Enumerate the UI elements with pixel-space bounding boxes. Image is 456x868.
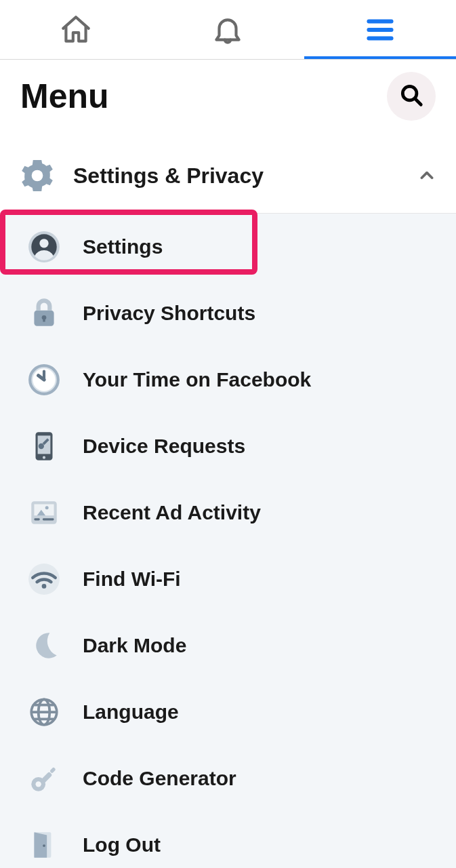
item-label: Settings: [83, 235, 163, 258]
item-settings[interactable]: Settings: [0, 214, 456, 280]
search-button[interactable]: [387, 72, 436, 121]
door-icon: [27, 828, 61, 862]
item-find-wifi[interactable]: Find Wi-Fi: [0, 546, 456, 612]
key-icon: [27, 762, 61, 795]
wifi-icon: [27, 562, 61, 596]
page-header: Menu: [0, 60, 456, 138]
svg-rect-11: [43, 317, 45, 321]
item-label: Device Requests: [83, 435, 245, 458]
clock-icon: [27, 363, 61, 397]
svg-rect-27: [43, 518, 54, 520]
submenu: Settings Privacy Shortcuts Your Time on …: [0, 214, 456, 868]
svg-rect-26: [34, 518, 39, 520]
phone-key-icon: [27, 429, 61, 463]
bell-icon: [211, 13, 245, 47]
item-privacy-shortcuts[interactable]: Privacy Shortcuts: [0, 280, 456, 347]
svg-point-25: [45, 506, 49, 509]
chevron-up-icon: [418, 167, 436, 184]
item-code-generator[interactable]: Code Generator: [0, 745, 456, 812]
item-language[interactable]: Language: [0, 679, 456, 745]
globe-icon: [27, 695, 61, 729]
section-label: Settings & Privacy: [73, 163, 418, 189]
moon-icon: [27, 629, 61, 663]
svg-line-4: [415, 99, 421, 105]
svg-point-8: [39, 239, 48, 248]
item-label: Language: [83, 701, 179, 724]
top-tab-bar: [0, 0, 456, 60]
home-icon: [59, 13, 93, 47]
hamburger-icon: [363, 13, 397, 47]
tab-menu[interactable]: [304, 0, 456, 59]
svg-rect-37: [40, 772, 52, 784]
item-label: Privacy Shortcuts: [83, 302, 255, 325]
svg-point-36: [36, 781, 41, 787]
item-label: Code Generator: [83, 767, 236, 790]
item-label: Log Out: [83, 833, 161, 856]
item-label: Dark Mode: [83, 634, 186, 657]
svg-point-19: [43, 456, 45, 459]
item-log-out[interactable]: Log Out: [0, 812, 456, 868]
item-dark-mode[interactable]: Dark Mode: [0, 612, 456, 679]
image-card-icon: [27, 496, 61, 530]
svg-rect-38: [49, 767, 56, 774]
item-your-time[interactable]: Your Time on Facebook: [0, 347, 456, 413]
item-label: Your Time on Facebook: [83, 368, 311, 391]
item-recent-ad-activity[interactable]: Recent Ad Activity: [0, 479, 456, 546]
person-circle-icon: [27, 230, 61, 264]
item-label: Recent Ad Activity: [83, 501, 261, 524]
section-settings-privacy[interactable]: Settings & Privacy: [0, 138, 456, 214]
svg-point-5: [33, 171, 41, 180]
lock-icon: [27, 296, 61, 330]
item-label: Find Wi-Fi: [83, 568, 181, 591]
svg-point-41: [43, 844, 45, 847]
tab-notifications[interactable]: [152, 0, 304, 59]
item-device-requests[interactable]: Device Requests: [0, 413, 456, 479]
svg-point-20: [39, 443, 44, 449]
page-title: Menu: [20, 77, 109, 116]
tab-home[interactable]: [0, 0, 152, 59]
svg-point-29: [42, 584, 47, 589]
search-icon: [398, 82, 424, 111]
gear-icon: [20, 159, 54, 193]
